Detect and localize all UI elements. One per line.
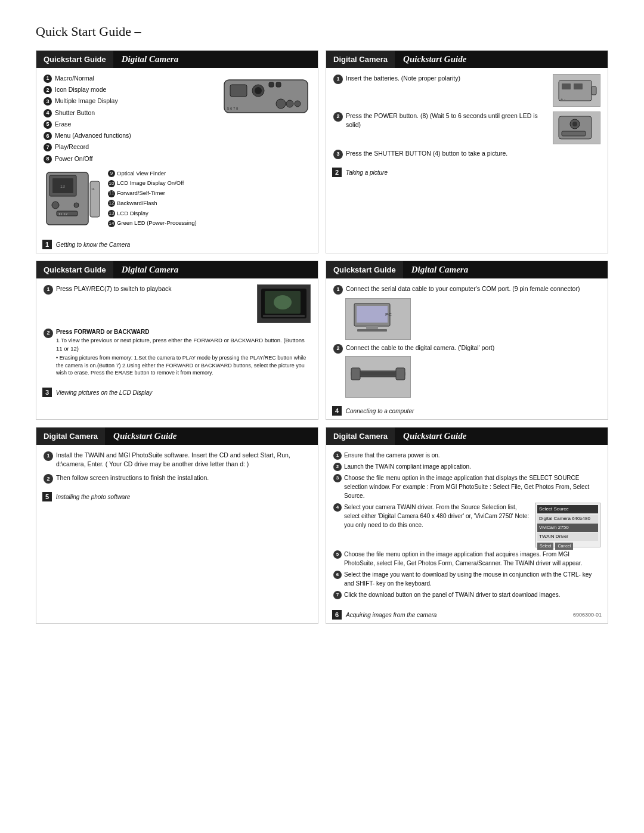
panel-1-footer: 1 Getting to know the Camera xyxy=(36,237,318,253)
panel-1-side-section: 13 11 12 14 9 Optical View Finder xyxy=(44,169,311,231)
svg-point-7 xyxy=(286,100,293,107)
ss-select-btn[interactable]: Select xyxy=(537,543,553,550)
footer-text: Installing the photo software xyxy=(56,494,131,500)
svg-rect-18 xyxy=(90,181,100,217)
svg-rect-32 xyxy=(263,315,305,317)
panel-3-header-right: Digital Camera xyxy=(113,261,318,278)
svg-rect-34 xyxy=(357,306,388,323)
panel-2-footer: 2 Taking a picture xyxy=(326,165,608,181)
pc-svg: PC xyxy=(348,301,408,337)
panel-3-step1: 1 Press PLAY/REC(7) to switch to playbac… xyxy=(44,284,311,323)
step2-row: 2 Then follow screen instructions to fin… xyxy=(44,473,311,484)
step-num: 6 xyxy=(333,571,342,579)
panel-5-footer: 5 Installing the photo software xyxy=(36,490,318,505)
num-6: 6 xyxy=(44,132,52,140)
svg-rect-35 xyxy=(366,326,378,329)
panel-2-step2: 2 Press the POWER button. (8) (Wait 5 to… xyxy=(333,112,600,144)
panel-1-item-list: 1Macro/Normal 2Icon Display mode 3Multip… xyxy=(44,74,216,163)
panel-4-steps: 1 Connect the serial data cable to your … xyxy=(333,284,600,398)
label-row: 12 Backward/Flash xyxy=(108,199,311,208)
num-4: 4 xyxy=(44,109,52,117)
footer-num: 1 xyxy=(42,240,52,249)
ss-row-selected: ViviCam 2750 xyxy=(537,524,598,532)
ss-row: Digital Camera 640x480 xyxy=(537,515,598,523)
num-3: 3 xyxy=(44,97,52,106)
step1-row: 1 Ensure that the camera power is on. xyxy=(333,451,600,460)
svg-rect-28 xyxy=(562,131,586,136)
panel-1-header: Quickstart Guide Digital Camera xyxy=(36,51,318,68)
step3-row: 3 Press the SHUTTER BUTTON (4) button to… xyxy=(333,149,600,159)
step2-row: 2 Press the POWER button. (8) (Wait 5 to… xyxy=(333,112,548,129)
footer-text: Acquiring images from the camera xyxy=(346,612,436,618)
panel-4-header: Quickstart Guide Digital Camera xyxy=(326,261,608,278)
svg-text:11 12: 11 12 xyxy=(58,212,68,216)
step2-title: Press FORWARD or BACKWARD xyxy=(56,328,311,337)
panel-4: Quickstart Guide Digital Camera 1 Connec… xyxy=(326,261,608,420)
svg-rect-21 xyxy=(592,86,596,95)
list-item: 7Play/Record xyxy=(44,143,216,151)
step2-text: 2 Press the POWER button. (8) (Wait 5 to… xyxy=(333,112,548,144)
svg-point-8 xyxy=(295,101,301,107)
step-num: 1 xyxy=(44,451,53,461)
list-item: 4Shutter Button xyxy=(44,109,216,117)
pc-photo: PC xyxy=(345,298,411,340)
svg-rect-22 xyxy=(562,83,571,89)
panel-3-footer: 3 Viewing pictures on the LCD Display xyxy=(36,385,318,401)
camera-side-svg: 13 11 12 14 xyxy=(44,169,103,229)
svg-point-31 xyxy=(274,295,292,309)
panel-6-footer: 6 Acquiring images from the camera 69063… xyxy=(326,608,608,623)
list-item: 8Power On/Off xyxy=(44,154,216,163)
panel-1-body: 1Macro/Normal 2Icon Display mode 3Multip… xyxy=(36,68,318,237)
svg-point-15 xyxy=(74,203,79,208)
list-item: 1Macro/Normal xyxy=(44,74,216,83)
label-row: 10 LCD Image Display On/Off xyxy=(108,179,311,188)
panel-2-header: Digital Camera Quickstart Guide xyxy=(326,51,608,68)
svg-point-14 xyxy=(52,202,59,209)
panel-4-body: 1 Connect the serial data cable to your … xyxy=(326,278,608,404)
list-item: 6Menu (Advanced functions) xyxy=(44,131,216,140)
num-badge: 9 xyxy=(108,170,115,177)
step1-row: 1 Install the TWAIN and MGI PhotoSuite s… xyxy=(44,451,311,469)
panel-2-step3: 3 Press the SHUTTER BUTTON (4) button to… xyxy=(333,149,600,159)
panel-1-side-labels: 9 Optical View Finder 10 LCD Image Displ… xyxy=(108,169,311,231)
footer-num: 4 xyxy=(332,406,342,416)
ss-cancel-btn[interactable]: Cancel xyxy=(555,543,573,550)
label-row: 13 LCD Display xyxy=(108,209,311,218)
panel-4-header-left: Quickstart Guide xyxy=(326,261,403,278)
panel-6-header: Digital Camera Quickstart Guide xyxy=(326,428,608,445)
step3-text: 3 Press the SHUTTER BUTTON (4) button to… xyxy=(333,149,600,159)
panel-3-body: 1 Press PLAY/REC(7) to switch to playbac… xyxy=(36,278,318,385)
model-number: 6906300-01 xyxy=(573,612,602,618)
panel-2-header-right: Quickstart Guide xyxy=(395,51,608,68)
svg-rect-23 xyxy=(574,83,583,89)
svg-rect-40 xyxy=(396,368,405,380)
panel-4-footer: 4 Connecting to a computer xyxy=(326,404,608,419)
panel-6: Digital Camera Quickstart Guide 1 Ensure… xyxy=(326,427,608,624)
num-badge: 14 xyxy=(108,220,115,227)
panel-5-header-right: Quickstart Guide xyxy=(105,428,318,445)
step4-row: 4 Select your camera TWAIN driver. From … xyxy=(333,503,600,547)
battery-photo: + - xyxy=(553,74,600,107)
footer-text: Taking a picture xyxy=(346,169,388,176)
panel-6-header-right: Quickstart Guide xyxy=(395,428,608,445)
camera-side-diagram: 13 11 12 14 xyxy=(44,169,103,231)
panel-4-cols: 1 Connect the serial data cable to your … xyxy=(333,284,600,398)
panel-1-header-right: Digital Camera xyxy=(113,51,318,68)
svg-text:14: 14 xyxy=(91,187,95,191)
step-num: 3 xyxy=(333,474,342,482)
step-num: 2 xyxy=(333,463,342,471)
step1-row: 1 Insert the batteries. (Note proper pol… xyxy=(333,74,548,84)
step-num: 1 xyxy=(333,285,343,295)
panel-2-header-left: Digital Camera xyxy=(326,51,395,68)
step7-row: 7 Click the download button on the panel… xyxy=(333,590,600,599)
step-num: 7 xyxy=(333,591,342,599)
label-row: 14 Green LED (Power-Processing) xyxy=(108,219,311,228)
svg-text:+ -: + - xyxy=(561,97,566,101)
battery-svg: + - xyxy=(556,76,597,106)
camera-back-svg xyxy=(556,113,597,143)
footer-text: Connecting to a computer xyxy=(346,408,414,414)
step3-row: 3 Choose the file menu option in the ima… xyxy=(333,473,600,500)
camera-back-photo xyxy=(553,112,600,144)
num-1: 1 xyxy=(44,75,52,83)
footer-text: Viewing pictures on the LCD Display xyxy=(56,389,153,396)
